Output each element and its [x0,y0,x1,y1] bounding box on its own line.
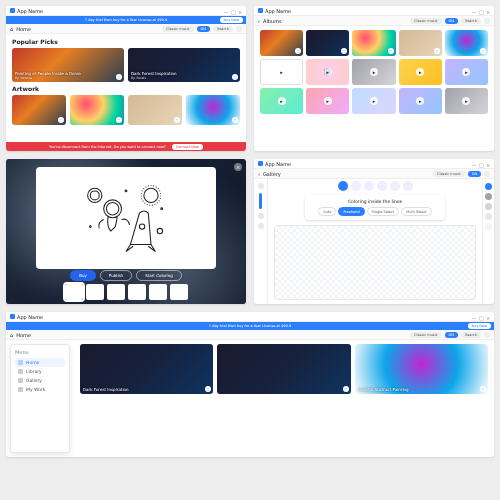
favorite-icon[interactable]: ♡ [116,117,122,123]
mode-multi-select[interactable]: Multi Select [401,207,431,216]
play-icon[interactable]: ▸ [324,97,332,105]
featured-card[interactable]: Colorful Abstract Painting ♡ [355,344,488,394]
close-icon[interactable]: × [486,162,490,166]
strip-thumb[interactable] [86,284,104,300]
close-modal-button[interactable]: × [234,163,242,171]
artwork-thumb[interactable]: ♡ [70,95,124,125]
play-icon[interactable]: ▸ [462,97,470,105]
album-thumb-locked[interactable]: ▸ [352,88,395,114]
music-toggle[interactable]: ON [445,18,458,24]
search-field[interactable]: Search [213,26,233,32]
play-icon[interactable]: ▸ [278,68,286,76]
favorite-icon[interactable]: ♡ [480,386,486,392]
minimize-icon[interactable]: − [472,162,476,166]
mode-single-select[interactable]: Single Select [367,207,400,216]
color-swatch[interactable] [485,213,492,220]
menu-item-home[interactable]: Home [15,358,65,367]
strip-thumb[interactable] [149,284,167,300]
album-thumb-locked[interactable]: ▸ [260,88,303,114]
minimize-icon[interactable]: − [472,9,476,13]
play-icon[interactable]: ▸ [416,68,424,76]
favorite-icon[interactable]: ♡ [341,48,347,54]
home-icon[interactable]: ⌂ [10,332,13,338]
music-toggle[interactable]: ON [445,332,458,338]
favorite-icon[interactable]: ♡ [343,386,349,392]
brush-size-slider[interactable] [259,193,262,209]
favorite-icon[interactable]: ♡ [58,117,64,123]
album-thumb-locked[interactable]: ▸ [445,88,488,114]
album-thumb[interactable]: ♡ [399,30,442,56]
maximize-icon[interactable]: □ [479,162,483,166]
eraser-tool-icon[interactable] [364,181,374,191]
play-icon[interactable]: ▸ [278,97,286,105]
album-thumb[interactable]: ▸ [306,59,349,85]
play-icon[interactable]: ▸ [370,97,378,105]
favorite-icon[interactable]: ♡ [388,48,394,54]
maximize-icon[interactable]: □ [479,315,483,319]
tool-button[interactable] [258,183,264,189]
undo-icon[interactable] [390,181,400,191]
buy-now-button[interactable]: Buy Now [220,17,243,23]
mode-auto[interactable]: Auto [318,207,336,216]
artwork-thumb[interactable]: ♡ [128,95,182,125]
favorite-icon[interactable]: ♡ [232,117,238,123]
maximize-icon[interactable]: □ [479,9,483,13]
featured-card[interactable]: ♡ [217,344,350,394]
picker-tool-icon[interactable] [377,181,387,191]
artwork-thumb[interactable]: ♡ [186,95,240,125]
color-swatch[interactable] [485,203,492,210]
favorite-icon[interactable]: ♡ [116,74,122,80]
favorite-icon[interactable]: ♡ [480,48,486,54]
back-icon[interactable]: ‹ [258,18,260,24]
publish-button[interactable]: Publish [100,270,132,281]
music-mode-pill[interactable]: Classic music [410,332,442,338]
maximize-icon[interactable]: □ [231,9,235,13]
buy-now-button[interactable]: Buy Now [468,323,491,329]
strip-thumb[interactable] [128,284,146,300]
breadcrumb-home[interactable]: Home [16,26,31,32]
search-field[interactable]: Search [461,332,481,338]
fill-tool-icon[interactable] [338,181,348,191]
color-swatch[interactable] [485,223,492,230]
strip-thumb[interactable] [65,284,83,300]
album-thumb[interactable]: ♡ [306,30,349,56]
menu-item-mywork[interactable]: My Work [15,385,65,394]
album-thumb[interactable]: ▸ [260,59,303,85]
color-swatch[interactable] [485,183,492,190]
favorite-icon[interactable]: ♡ [205,386,211,392]
favorite-icon[interactable]: ♡ [174,117,180,123]
favorite-icon[interactable]: ♡ [295,48,301,54]
album-thumb[interactable]: ♡ [445,30,488,56]
artwork-thumb[interactable]: ♡ [12,95,66,125]
music-mode-pill[interactable]: Classic music [410,18,442,24]
strip-thumb[interactable] [107,284,125,300]
tool-button[interactable] [258,223,264,229]
close-icon[interactable]: × [238,9,242,13]
more-icon[interactable] [484,171,490,177]
album-thumb[interactable]: ♡ [352,30,395,56]
minimize-icon[interactable]: − [224,9,228,13]
play-icon[interactable]: ▸ [416,97,424,105]
tool-button[interactable] [258,213,264,219]
music-mode-pill[interactable]: Classic music [162,26,194,32]
popular-card-1[interactable]: Painting of People Inside a DomeBy: News… [12,48,124,82]
album-thumb[interactable]: ♡ [260,30,303,56]
redo-icon[interactable] [403,181,413,191]
settings-icon[interactable] [484,18,490,24]
mode-freehand[interactable]: Freehand [338,207,364,216]
album-thumb-locked[interactable]: ▸ [306,88,349,114]
favorite-icon[interactable]: ♡ [232,74,238,80]
back-icon[interactable]: ‹ [258,171,260,177]
buy-button[interactable]: Buy [70,270,96,281]
menu-item-gallery[interactable]: Gallery [15,376,65,385]
album-thumb-locked[interactable]: ▸ [399,88,442,114]
album-thumb-locked[interactable]: ▸ [445,59,488,85]
favorite-icon[interactable]: ♡ [434,48,440,54]
album-thumb-locked[interactable]: ▸ [352,59,395,85]
settings-icon[interactable] [236,26,242,32]
settings-icon[interactable] [484,332,490,338]
drawing-canvas[interactable] [274,225,476,300]
close-icon[interactable]: × [486,9,490,13]
menu-item-library[interactable]: Library [15,367,65,376]
play-icon[interactable]: ▸ [370,68,378,76]
